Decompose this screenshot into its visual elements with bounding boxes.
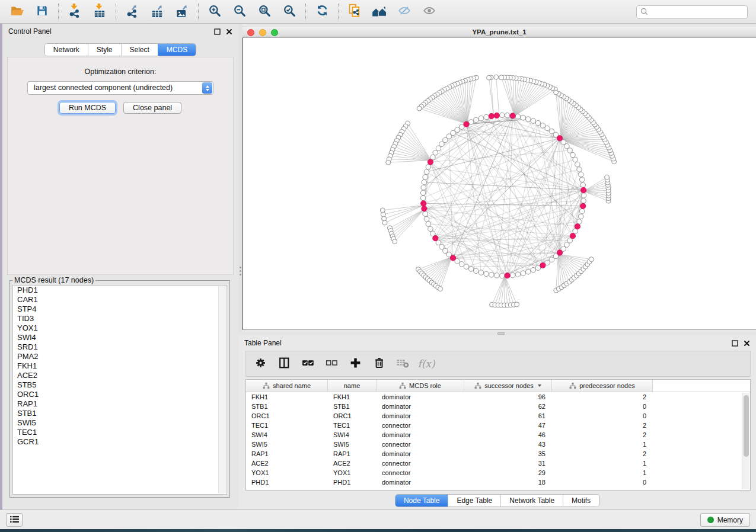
zoom-in-button[interactable] [202,2,227,22]
search-box[interactable] [636,5,748,19]
mcds-result-item[interactable]: YOX1 [13,323,227,333]
tab-network-table[interactable]: Network Table [500,495,563,507]
task-history-button[interactable] [6,513,23,527]
criterion-dropdown[interactable]: largest connected component (undirected) [27,81,213,95]
deselect-all-button[interactable] [324,357,339,371]
zoom-fit-button[interactable] [252,2,277,22]
toolbar-separator [305,4,306,20]
column-header-predecessor-nodes[interactable]: predecessor nodes [552,380,653,392]
close-panel-icon[interactable] [744,340,750,347]
import-table-button[interactable] [87,2,112,22]
export-image-button[interactable] [170,2,194,22]
table-cell: 2 [552,422,653,429]
first-neighbors-button[interactable] [367,2,392,22]
mcds-result-item[interactable]: TEC1 [13,428,227,437]
tab-edge-table[interactable]: Edge Table [448,495,500,507]
mcds-list-scrollbar[interactable] [218,286,226,493]
tab-mcds[interactable]: MCDS [158,44,196,56]
open-file-button[interactable] [5,2,30,22]
table-row[interactable]: SWI4SWI4dominator462 [246,430,750,440]
table-row[interactable]: YOX1YOX1connector291 [246,468,750,477]
hide-selected-button[interactable] [392,2,417,22]
mcds-result-item[interactable]: FKH1 [13,361,227,371]
network-canvas[interactable] [243,37,756,330]
search-input[interactable] [650,8,745,17]
close-panel-icon[interactable] [226,28,232,35]
mcds-result-item[interactable]: SRD1 [13,342,227,352]
panel-splitter-vertical[interactable] [238,24,243,332]
export-table-button[interactable] [145,2,170,22]
table-row[interactable]: ORC1ORC1dominator610 [246,411,750,421]
table-cell: ACE2 [328,460,377,467]
mcds-result-title: MCDS result (17 nodes) [12,276,95,284]
table-cell: dominator [377,479,464,486]
show-all-icon [422,4,436,20]
table-scrollbar-thumb[interactable] [744,395,749,457]
clone-network-button[interactable] [342,2,367,22]
column-header-label: predecessor nodes [579,382,635,389]
run-mcds-button[interactable]: Run MCDS [59,102,116,114]
memory-status-icon [707,517,714,523]
control-panel-tabs: NetworkStyleSelectMCDS [2,43,238,56]
table-row[interactable]: SWI5SWI5connector431 [246,440,750,449]
column-header-MCDS-role[interactable]: MCDS role [377,380,464,392]
import-network-button[interactable] [62,2,87,22]
float-panel-icon[interactable] [732,340,738,347]
table-row[interactable]: TEC1TEC1connector472 [246,421,750,430]
table-row[interactable]: PHD1PHD1dominator180 [246,477,750,487]
zoom-selected-button[interactable] [277,2,302,22]
zoom-out-button[interactable] [227,2,252,22]
mcds-result-item[interactable]: PHD1 [13,286,227,295]
mcds-result-item[interactable]: ORC1 [13,390,227,399]
save-session-button[interactable] [30,2,55,22]
table-scrollbar[interactable] [742,393,749,489]
mcds-result-item[interactable]: RAP1 [13,399,227,409]
select-all-button[interactable] [301,357,315,371]
mcds-result-item[interactable]: SWI5 [13,418,227,428]
table-row[interactable]: ACE2ACE2connector311 [246,459,750,468]
table-row[interactable]: STB1STB1dominator620 [246,402,750,411]
table-cell: connector [377,460,464,467]
network-window-titlebar[interactable]: YPA_prune.txt_1 [243,27,756,37]
close-panel-button[interactable]: Close panel [123,102,181,114]
column-header-successor-nodes[interactable]: successor nodes [464,380,552,392]
table-row[interactable]: FKH1FKH1dominator962 [246,392,750,402]
table-row[interactable]: RAP1RAP1dominator352 [246,449,750,459]
show-all-button[interactable] [417,2,442,22]
control-panel: Control Panel NetworkStyleSelectMCDS Opt… [2,24,238,509]
tab-node-table[interactable]: Node Table [395,495,448,507]
memory-button[interactable]: Memory [700,513,750,527]
mcds-result-item[interactable]: SWI4 [13,333,227,342]
node-table-header: shared namenameMCDS rolesuccessor nodesp… [246,380,750,392]
refresh-button[interactable] [310,2,334,22]
node-table: shared namenameMCDS rolesuccessor nodesp… [245,379,751,491]
show-hide-columns-button[interactable] [277,357,291,371]
table-cell: SWI4 [328,431,377,438]
mcds-result-item[interactable]: STB5 [13,380,227,390]
table-cell: ORC1 [328,412,377,419]
delete-columns-button[interactable] [372,357,386,371]
column-header-name[interactable]: name [328,380,377,392]
table-mode-button[interactable] [253,357,267,371]
mcds-result-item[interactable]: TID3 [13,314,227,323]
table-cell: 0 [552,403,653,410]
tab-style[interactable]: Style [88,44,121,56]
new-column-button[interactable] [348,357,362,371]
table-cell: ACE2 [246,460,328,467]
tab-select[interactable]: Select [121,44,158,56]
float-panel-icon[interactable] [214,28,221,35]
mcds-result-list[interactable]: PHD1CAR1STP4TID3YOX1SWI4SRD1PMA2FKH1ACE2… [12,285,227,495]
network-graph [243,38,756,329]
tab-network[interactable]: Network [45,44,88,56]
column-header-shared-name[interactable]: shared name [246,380,328,392]
mcds-result-item[interactable]: PMA2 [13,352,227,361]
mcds-result-item[interactable]: STP4 [13,305,227,314]
table-cell: dominator [377,431,464,438]
mcds-result-item[interactable]: GCR1 [13,437,227,447]
mcds-result-item[interactable]: ACE2 [13,371,227,380]
mcds-result-item[interactable]: STB1 [13,409,227,418]
mcds-result-item[interactable]: CAR1 [13,295,227,305]
toolbar-icon-groups [5,2,442,22]
export-network-button[interactable] [120,2,145,22]
tab-motifs[interactable]: Motifs [563,495,599,507]
